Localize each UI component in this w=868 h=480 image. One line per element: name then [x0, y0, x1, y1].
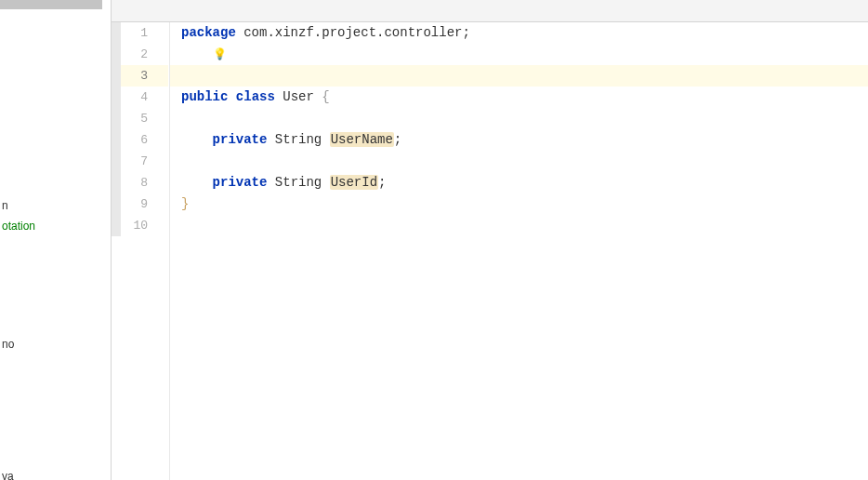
code-line-7[interactable] — [170, 151, 868, 172]
code-line-6[interactable]: private String UserName; — [170, 129, 868, 151]
token — [181, 47, 213, 61]
code-line-10[interactable] — [170, 215, 868, 236]
token — [181, 132, 213, 147]
token: { — [322, 89, 329, 104]
token: private — [213, 175, 268, 190]
token: class — [236, 89, 275, 104]
sidebar-scrollbar[interactable] — [0, 0, 102, 9]
token: UserId — [330, 175, 378, 190]
sidebar-content: notationnova — [0, 0, 111, 480]
token: ; — [378, 175, 386, 190]
breadcrumb-bar — [112, 0, 868, 22]
token: 💡 — [213, 45, 227, 66]
code-line-4[interactable]: public class User { — [170, 87, 868, 108]
token: User — [275, 89, 322, 104]
sidebar-item-1[interactable]: otation — [0, 216, 111, 236]
line-gutter: 12345678910 — [112, 22, 169, 480]
token: } — [181, 196, 189, 211]
token: String — [267, 175, 329, 190]
sidebar-item-2[interactable]: no — [0, 334, 111, 354]
sidebar-panel: notationnova — [0, 0, 112, 480]
token — [228, 89, 235, 104]
token: com.xinzf.project.controller; — [236, 25, 470, 40]
token: UserName — [330, 132, 394, 147]
token: ; — [394, 132, 401, 147]
sidebar-item-3[interactable]: va — [0, 466, 111, 480]
token: package — [181, 25, 236, 40]
code-line-8[interactable]: private String UserId; — [170, 172, 868, 193]
code-line-2[interactable]: 💡 — [170, 44, 868, 65]
token: String — [267, 132, 329, 147]
sidebar-item-0[interactable]: n — [0, 195, 111, 216]
editor-area: 12345678910 package com.xinzf.project.co… — [112, 0, 868, 480]
code-line-9[interactable]: } — [170, 193, 868, 215]
code-line-3[interactable] — [170, 65, 868, 87]
token: public — [181, 89, 228, 104]
code-container: 12345678910 package com.xinzf.project.co… — [112, 22, 868, 480]
gutter-scrollbar-track[interactable] — [112, 22, 121, 236]
token — [181, 175, 213, 190]
app-container: notationnova 12345678910 package com.xin… — [0, 0, 868, 480]
token: private — [213, 132, 268, 147]
code-line-1[interactable]: package com.xinzf.project.controller; — [170, 22, 868, 44]
code-editor[interactable]: package com.xinzf.project.controller; 💡p… — [170, 22, 868, 480]
code-line-5[interactable] — [170, 108, 868, 129]
